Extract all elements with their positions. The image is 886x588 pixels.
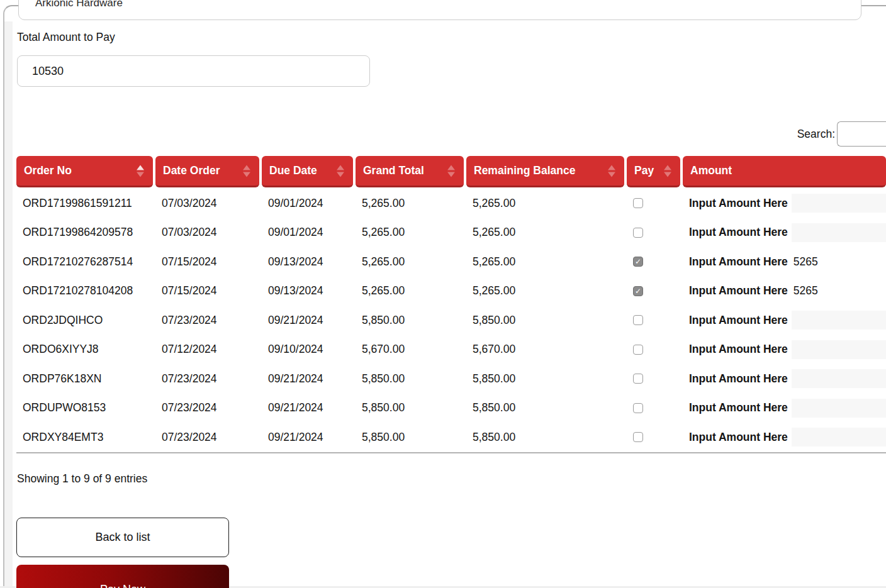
sort-icon [447,165,455,177]
total-amount-input[interactable] [17,55,370,87]
pay-cell [627,228,680,238]
customer-select-value: Arkionic Hardware [35,0,123,9]
date-order-cell: 07/23/2024 [155,314,259,327]
date-order-cell: 07/15/2024 [155,284,259,297]
amount-label: Input Amount Here [689,401,788,414]
amount-cell: Input Amount Here [683,399,886,418]
column-header-order-no[interactable]: Order No [16,156,153,187]
pay-checkbox[interactable] [633,198,643,208]
table-row: ORDXY84EMT3 07/23/2024 09/21/2024 5,850.… [16,423,886,452]
amount-input[interactable] [792,369,886,388]
grand-total-cell: 5,265.00 [356,226,464,239]
pay-cell [627,374,680,384]
amount-input[interactable] [792,223,886,242]
amount-cell: Input Amount Here [683,282,886,301]
pay-checkbox[interactable] [633,374,643,384]
order-no-cell: ORDUPWO8153 [16,401,153,414]
amount-cell: Input Amount Here [683,369,886,388]
due-date-cell: 09/01/2024 [262,197,353,210]
amount-input[interactable] [792,194,886,213]
table-row: ORD17210278104208 07/15/2024 09/13/2024 … [16,277,886,306]
pay-checkbox[interactable] [633,286,643,296]
amount-input[interactable] [792,282,886,301]
column-header-due-date[interactable]: Due Date [262,156,353,187]
date-order-cell: 07/23/2024 [155,431,259,444]
column-header-pay[interactable]: Pay [627,156,680,187]
grand-total-cell: 5,265.00 [356,197,464,210]
sort-icon [664,165,671,177]
grand-total-cell: 5,850.00 [356,431,464,444]
amount-label: Input Amount Here [689,314,788,327]
grand-total-cell: 5,850.00 [356,372,464,386]
sort-icon [137,165,144,177]
table-row: ORDO6XIYYJ8 07/12/2024 09/10/2024 5,670.… [16,335,886,365]
column-header-amount: Amount [683,156,886,187]
table-row: ORDP76K18XN 07/23/2024 09/21/2024 5,850.… [16,364,886,394]
amount-input[interactable] [792,428,886,447]
left-gutter [4,21,13,588]
date-order-cell: 07/23/2024 [155,401,259,414]
back-to-list-button[interactable]: Back to list [16,518,229,557]
pay-checkbox[interactable] [633,403,643,413]
grand-total-cell: 5,850.00 [356,314,464,327]
amount-cell: Input Amount Here [683,223,886,242]
pay-cell [627,345,680,355]
pay-checkbox[interactable] [633,257,643,267]
order-no-cell: ORD2JDQIHCO [16,314,153,327]
pay-cell [627,257,680,267]
table-row: ORD17199864209578 07/03/2024 09/01/2024 … [16,218,886,248]
pay-cell [627,403,680,413]
pay-cell [627,286,680,296]
amount-cell: Input Amount Here [683,428,886,447]
grand-total-cell: 5,670.00 [356,343,464,356]
grand-total-cell: 5,265.00 [356,255,464,269]
pay-checkbox[interactable] [633,315,643,325]
amount-input[interactable] [792,252,886,271]
table-row: ORDUPWO8153 07/23/2024 09/21/2024 5,850.… [16,394,886,423]
customer-select[interactable]: Arkionic Hardware [18,0,861,20]
order-no-cell: ORD17199861591211 [16,197,153,210]
due-date-cell: 09/21/2024 [262,314,353,327]
entries-summary: Showing 1 to 9 of 9 entries [17,472,147,485]
total-amount-label: Total Amount to Pay [17,31,115,44]
amount-input[interactable] [792,399,886,418]
grand-total-cell: 5,265.00 [356,284,464,297]
pay-checkbox[interactable] [633,345,643,355]
amount-label: Input Amount Here [689,226,788,239]
orders-table: Order No Date Order Due Date Grand Total… [16,156,886,453]
pay-now-button[interactable]: Pay Now [16,565,229,588]
search-label: Search: [797,128,835,141]
due-date-cell: 09/01/2024 [262,226,353,239]
amount-cell: Input Amount Here [683,194,886,213]
pay-checkbox[interactable] [633,432,643,442]
pay-cell [627,432,680,442]
column-header-date-order[interactable]: Date Order [155,156,259,187]
column-header-grand-total[interactable]: Grand Total [356,156,464,187]
column-header-remaining-balance[interactable]: Remaining Balance [466,156,624,187]
amount-input[interactable] [792,340,886,359]
table-body: ORD17199861591211 07/03/2024 09/01/2024 … [16,189,886,453]
amount-input[interactable] [792,311,886,330]
order-no-cell: ORD17210276287514 [16,255,153,269]
amount-label: Input Amount Here [689,372,788,386]
search-input[interactable] [837,121,886,147]
remaining-balance-cell: 5,850.00 [466,372,624,386]
amount-label: Input Amount Here [689,343,788,356]
remaining-balance-cell: 5,850.00 [466,314,624,327]
remaining-balance-cell: 5,265.00 [466,284,624,297]
amount-cell: Input Amount Here [683,340,886,359]
date-order-cell: 07/15/2024 [155,255,259,269]
date-order-cell: 07/12/2024 [155,343,259,356]
remaining-balance-cell: 5,265.00 [466,226,624,239]
pay-cell [627,198,680,208]
due-date-cell: 09/21/2024 [262,431,353,444]
pay-checkbox[interactable] [633,228,643,238]
amount-cell: Input Amount Here [683,252,886,271]
sort-icon [337,165,344,177]
due-date-cell: 09/21/2024 [262,401,353,414]
amount-label: Input Amount Here [689,284,788,297]
date-order-cell: 07/23/2024 [155,372,259,386]
remaining-balance-cell: 5,265.00 [466,197,624,210]
due-date-cell: 09/21/2024 [262,372,353,386]
date-order-cell: 07/03/2024 [155,197,259,210]
